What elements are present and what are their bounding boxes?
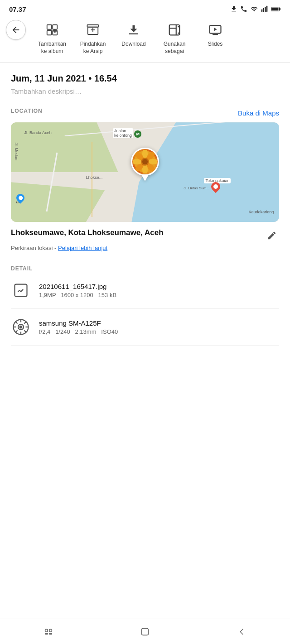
location-name: Lhokseumawe, Kota Lhokseumawe, Aceh [11, 228, 261, 237]
learn-more-link[interactable]: Pelajari lebih lanjut [58, 245, 107, 251]
open-maps-button[interactable]: Buka di Maps [238, 109, 279, 117]
recent-apps-icon [44, 627, 53, 637]
file-name: 20210611_165417.jpg [39, 283, 279, 290]
tambahkan-label: Tambahkanke album [38, 41, 66, 55]
bottom-nav [0, 619, 290, 644]
signal-icon [261, 5, 268, 13]
toolbar-item-download[interactable]: Download [113, 20, 154, 57]
camera-meta: f/2,4 1/240 2,13mm ISO40 [39, 328, 279, 335]
camera-icon [11, 317, 31, 337]
svg-rect-42 [45, 633, 48, 634]
svg-rect-43 [49, 633, 52, 634]
wifi-icon [250, 5, 258, 13]
map-pin-photo [131, 148, 159, 176]
edit-icon-svg [267, 231, 277, 240]
toolbar: Tambahkanke album Pindahkanke Arsip Dow [0, 16, 290, 62]
flower-image [133, 150, 157, 173]
location-name-row: Lhokseumawe, Kota Lhokseumawe, Aceh [11, 228, 279, 243]
svg-rect-9 [47, 30, 52, 35]
map-label-banda-aceh: Jl. Banda Aceh [24, 130, 52, 135]
status-icons [230, 5, 281, 13]
location-header: LOCATION Buka di Maps [11, 108, 279, 118]
map-label-lhokseumawe: Lhokse... [86, 175, 103, 180]
svg-line-38 [15, 331, 17, 332]
svg-line-37 [24, 331, 26, 332]
svg-line-39 [24, 322, 26, 324]
location-section-label: LOCATION [11, 108, 43, 114]
svg-point-31 [20, 326, 22, 328]
file-meta: 1,9MP 1600 x 1200 153 kB [39, 292, 279, 298]
add-to-album-icon [44, 22, 60, 38]
toolbar-items: Tambahkanke album Pindahkanke Arsip Dow [32, 20, 290, 57]
detail-item-file: 20210611_165417.jpg 1,9MP 1600 x 1200 15… [11, 272, 279, 309]
detail-section: DETAIL 20210611_165417.jpg 1,9MP 1600 x … [11, 264, 279, 346]
map-background: Jl. Banda Aceh Jl. Medan Jualankelontong… [11, 122, 279, 222]
toolbar-item-tambahkan[interactable]: Tambahkanke album [32, 20, 72, 57]
use-as-icon [166, 22, 183, 38]
svg-rect-7 [47, 25, 52, 29]
svg-rect-2 [265, 7, 266, 12]
toolbar-item-slides[interactable]: Slides [195, 20, 236, 57]
detail-item-camera: samsung SM-A125F f/2,4 1/240 2,13mm ISO4… [11, 309, 279, 346]
status-time: 07.37 [9, 5, 26, 13]
home-button[interactable] [127, 623, 163, 641]
detail-section-label: DETAIL [11, 265, 33, 272]
download-icon [126, 22, 142, 38]
svg-rect-41 [49, 629, 52, 632]
map-marker-jualan: M [134, 130, 141, 138]
back-button[interactable] [6, 20, 26, 40]
gunakan-label: Gunakansebagai [164, 41, 186, 55]
slides-label: Slides [208, 41, 223, 48]
map-pin-tail [141, 175, 149, 181]
phone-status-icon [240, 5, 247, 13]
back-nav-button[interactable] [223, 623, 260, 641]
map-green-area-1 [11, 122, 118, 172]
svg-rect-15 [169, 25, 180, 35]
svg-rect-28 [15, 284, 27, 297]
download-label: Download [121, 41, 145, 48]
camera-name: samsung SM-A125F [39, 319, 279, 327]
svg-rect-1 [263, 8, 264, 12]
svg-line-36 [15, 322, 17, 324]
back-arrow-icon [11, 25, 21, 35]
home-icon [140, 627, 150, 637]
toolbar-item-gunakan[interactable]: Gunakansebagai [154, 20, 195, 57]
map-container[interactable]: Jl. Banda Aceh Jl. Medan Jualankelontong… [11, 122, 279, 222]
map-label-jl-medan: Jl. Medan [14, 143, 19, 160]
back-button-area[interactable] [0, 20, 32, 40]
svg-rect-8 [53, 25, 57, 29]
back-nav-icon [237, 627, 246, 637]
svg-rect-6 [271, 8, 278, 11]
main-content: Jum, 11 Jun 2021 • 16.54 Tambahkan deskr… [0, 62, 290, 382]
archive-icon [85, 22, 101, 38]
map-photo-pin[interactable] [131, 148, 159, 181]
recent-apps-button[interactable] [30, 623, 67, 641]
map-label-koordinat: Keudekarieng [249, 210, 274, 214]
status-bar: 07.37 [0, 0, 290, 16]
svg-rect-44 [142, 628, 149, 635]
photo-date: Jum, 11 Jun 2021 • 16.54 [11, 73, 279, 84]
camera-info: samsung SM-A125F f/2,4 1/240 2,13mm ISO4… [39, 319, 279, 335]
svg-point-27 [142, 159, 148, 164]
svg-rect-5 [280, 8, 280, 10]
battery-icon [271, 6, 281, 12]
location-sub: Perkiraan lokasi - Pelajari lebih lanjut [11, 245, 279, 251]
svg-rect-3 [266, 6, 268, 12]
edit-location-button[interactable] [265, 228, 279, 243]
file-icon [11, 280, 31, 300]
pindahkan-label: Pindahkanke Arsip [80, 41, 106, 55]
map-green-area-2 [11, 182, 105, 222]
svg-rect-40 [45, 629, 48, 632]
slides-icon [207, 22, 223, 38]
svg-rect-0 [261, 10, 263, 12]
download-status-icon [230, 5, 237, 13]
toolbar-item-pindahkan[interactable]: Pindahkanke Arsip [72, 20, 113, 57]
map-label-jl-lintas: Jl. Lintas Sum... [184, 186, 209, 190]
photo-description[interactable]: Tambahkan deskripsi… [11, 87, 279, 95]
file-info: 20210611_165417.jpg 1,9MP 1600 x 1200 15… [39, 283, 279, 298]
map-label-jualan: Jualankelontong [113, 128, 133, 138]
